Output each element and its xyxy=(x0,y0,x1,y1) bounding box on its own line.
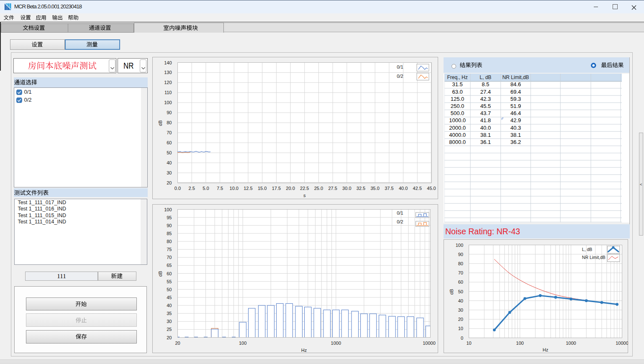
svg-text:60: 60 xyxy=(167,271,172,276)
svg-text:30.0: 30.0 xyxy=(342,186,351,191)
svg-text:20: 20 xyxy=(175,341,180,346)
svg-text:60: 60 xyxy=(458,279,463,285)
svg-text:70: 70 xyxy=(167,130,172,135)
svg-text:40.0: 40.0 xyxy=(480,125,491,131)
svg-text:40: 40 xyxy=(458,298,463,303)
svg-text:80: 80 xyxy=(167,120,172,125)
svg-text:4000.0: 4000.0 xyxy=(449,132,466,138)
svg-text:40.0: 40.0 xyxy=(399,186,408,191)
svg-text:31.5: 31.5 xyxy=(452,82,463,88)
svg-text:75: 75 xyxy=(167,247,172,252)
svg-text:55: 55 xyxy=(167,279,172,284)
svg-text:85: 85 xyxy=(167,231,172,236)
svg-text:90: 90 xyxy=(167,110,172,115)
svg-text:12.5: 12.5 xyxy=(244,186,252,191)
svg-text:90: 90 xyxy=(167,223,172,228)
svg-text:140: 140 xyxy=(164,60,172,65)
svg-text:42.5: 42.5 xyxy=(413,186,422,191)
svg-text:1000: 1000 xyxy=(331,341,341,346)
svg-text:dB: dB xyxy=(449,289,454,295)
svg-text:Freq., Hz: Freq., Hz xyxy=(447,75,468,81)
svg-text:40.3: 40.3 xyxy=(511,125,521,131)
svg-text:L, dB: L, dB xyxy=(480,75,492,81)
svg-text:130: 130 xyxy=(164,70,172,75)
svg-text:250.0: 250.0 xyxy=(451,103,464,109)
svg-text:10: 10 xyxy=(466,341,471,346)
svg-text:NR Limit,dB: NR Limit,dB xyxy=(582,255,606,260)
svg-text:100: 100 xyxy=(456,243,463,248)
svg-text:36.1: 36.1 xyxy=(480,139,491,145)
svg-text:120: 120 xyxy=(164,80,172,85)
svg-text:35: 35 xyxy=(167,311,172,316)
svg-text:s: s xyxy=(303,193,306,198)
svg-text:1000: 1000 xyxy=(566,341,576,346)
svg-text:59.3: 59.3 xyxy=(511,96,521,102)
svg-text:46.4: 46.4 xyxy=(511,110,521,117)
svg-text:70: 70 xyxy=(167,255,172,260)
svg-text:35.0: 35.0 xyxy=(371,186,380,191)
svg-text:10: 10 xyxy=(458,326,463,331)
svg-text:51.9: 51.9 xyxy=(511,103,521,109)
svg-text:45.0: 45.0 xyxy=(427,186,436,191)
svg-text:38.1: 38.1 xyxy=(511,132,521,138)
svg-text:0/1: 0/1 xyxy=(397,64,403,69)
svg-text:20: 20 xyxy=(458,317,463,322)
svg-text:25.0: 25.0 xyxy=(314,186,323,191)
svg-text:Hz: Hz xyxy=(543,347,548,352)
svg-text:17.5: 17.5 xyxy=(272,186,281,191)
svg-text:42.3: 42.3 xyxy=(480,96,491,102)
svg-text:2.5: 2.5 xyxy=(189,186,195,191)
svg-text:84.6: 84.6 xyxy=(511,82,521,88)
svg-text:60: 60 xyxy=(167,140,172,145)
svg-text:5.0: 5.0 xyxy=(203,186,209,191)
svg-text:L, dB: L, dB xyxy=(582,247,593,252)
svg-text:95: 95 xyxy=(167,215,172,220)
svg-text:42.9: 42.9 xyxy=(511,118,521,124)
svg-text:0/2: 0/2 xyxy=(397,219,403,224)
svg-text:36.2: 36.2 xyxy=(511,139,521,145)
svg-text:0.0: 0.0 xyxy=(174,186,181,191)
svg-text:100: 100 xyxy=(164,100,172,105)
svg-text:dB: dB xyxy=(158,120,163,126)
svg-text:40: 40 xyxy=(167,160,172,165)
svg-text:50: 50 xyxy=(167,287,172,292)
svg-text:110: 110 xyxy=(164,90,172,95)
svg-text:90: 90 xyxy=(458,252,463,257)
svg-text:8000.0: 8000.0 xyxy=(449,139,466,145)
svg-text:41.8: 41.8 xyxy=(480,118,491,124)
svg-text:45.5: 45.5 xyxy=(480,103,491,109)
svg-text:0/1: 0/1 xyxy=(397,210,403,215)
svg-text:NR Limit,dB: NR Limit,dB xyxy=(503,75,529,81)
svg-text:65: 65 xyxy=(167,263,172,268)
svg-text:125.0: 125.0 xyxy=(451,96,464,102)
svg-text:43.7: 43.7 xyxy=(480,110,491,117)
svg-text:80: 80 xyxy=(458,261,463,266)
svg-text:38.1: 38.1 xyxy=(480,132,491,138)
svg-text:32.5: 32.5 xyxy=(357,186,365,191)
svg-text:50: 50 xyxy=(167,150,172,155)
svg-text:27.5: 27.5 xyxy=(328,186,337,191)
svg-text:500.0: 500.0 xyxy=(451,110,464,117)
svg-text:30: 30 xyxy=(458,308,463,313)
svg-text:10.0: 10.0 xyxy=(230,186,239,191)
svg-text:45: 45 xyxy=(167,295,172,300)
svg-text:0: 0 xyxy=(461,336,463,341)
svg-text:2000.0: 2000.0 xyxy=(449,125,466,131)
svg-text:7.5: 7.5 xyxy=(217,186,223,191)
svg-text:30: 30 xyxy=(167,319,172,324)
svg-text:0/2: 0/2 xyxy=(397,74,403,79)
svg-text:37.5: 37.5 xyxy=(385,186,393,191)
svg-text:25: 25 xyxy=(167,327,172,332)
svg-text:80: 80 xyxy=(167,239,172,244)
svg-text:Hz: Hz xyxy=(301,348,307,353)
svg-text:100: 100 xyxy=(516,341,523,346)
svg-text:50: 50 xyxy=(458,289,463,294)
svg-text:30: 30 xyxy=(167,170,172,175)
svg-text:1000.0: 1000.0 xyxy=(449,118,466,124)
svg-text:20: 20 xyxy=(167,180,172,185)
svg-text:22.5: 22.5 xyxy=(300,186,309,191)
svg-text:27.4: 27.4 xyxy=(480,89,491,95)
svg-text:70: 70 xyxy=(458,270,463,275)
svg-text:10000: 10000 xyxy=(423,341,436,346)
svg-text:100: 100 xyxy=(239,341,246,346)
